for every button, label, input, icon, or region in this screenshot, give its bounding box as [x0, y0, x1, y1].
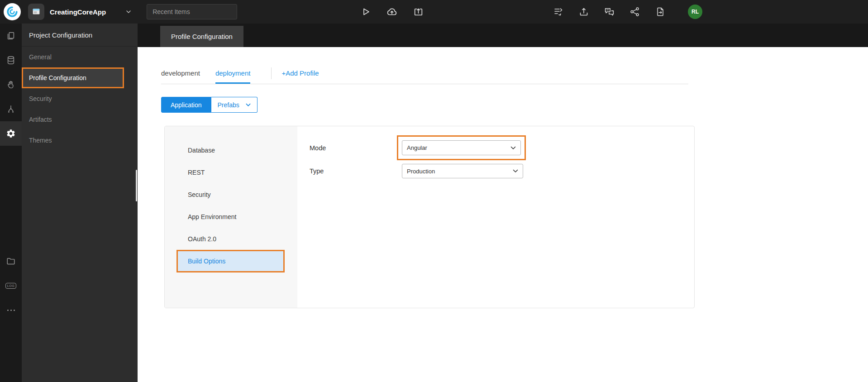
mode-select-value: Angular — [407, 144, 427, 151]
application-toggle-button[interactable]: Application — [161, 97, 211, 113]
chevron-down-icon[interactable] — [125, 8, 132, 15]
panel-item-artifacts[interactable]: Artifacts — [22, 109, 138, 130]
scrollbar-thumb[interactable] — [136, 170, 137, 201]
settings-subnav: Database REST Security App Environment O… — [165, 126, 297, 308]
subnav-item-rest[interactable]: REST — [165, 161, 297, 183]
panel-item-themes[interactable]: Themes — [22, 130, 138, 151]
topbar: CreatingCoreApp Recent Items — [0, 0, 868, 24]
build-options-form: Mode Angular — [297, 126, 694, 308]
log-icon[interactable]: LOG — [0, 273, 22, 298]
left-rail: LOG — [0, 24, 22, 382]
app-icon[interactable] — [28, 4, 44, 20]
profile-tab-development[interactable]: development — [161, 69, 200, 84]
wavemaker-logo-icon — [4, 3, 21, 20]
preview-window-icon[interactable] — [413, 6, 424, 18]
folder-icon[interactable] — [0, 249, 22, 273]
tab-separator — [271, 67, 272, 79]
scope-toggle: Application Prefabs — [161, 97, 258, 113]
prefabs-label: Prefabs — [218, 101, 239, 109]
chevron-down-icon — [246, 103, 251, 107]
feedback-chat-icon[interactable] — [604, 6, 615, 18]
add-profile-button[interactable]: +Add Profile — [281, 69, 319, 84]
panel-item-security[interactable]: Security — [22, 88, 138, 109]
recent-items-input[interactable]: Recent Items — [147, 4, 237, 19]
settings-card: Database REST Security App Environment O… — [164, 126, 695, 308]
mode-select[interactable]: Angular — [402, 140, 521, 155]
content-area: development deployment +Add Profile Appl… — [138, 47, 868, 382]
editor-tabstrip: Profile Configuration — [138, 24, 868, 47]
run-icon[interactable] — [360, 6, 371, 17]
tab-profile-configuration[interactable]: Profile Configuration — [160, 26, 243, 47]
subnav-item-build-options[interactable]: Build Options — [176, 250, 285, 272]
subnav-item-oauth[interactable]: OAuth 2.0 — [165, 228, 297, 250]
prefabs-toggle-button[interactable]: Prefabs — [211, 97, 258, 113]
type-label: Type — [310, 167, 397, 175]
subnav-item-database[interactable]: Database — [165, 139, 297, 161]
hand-icon[interactable] — [0, 72, 22, 97]
mode-label: Mode — [310, 144, 397, 152]
list-actions-icon[interactable] — [553, 6, 564, 17]
panel-item-profile-configuration[interactable]: Profile Configuration — [22, 67, 124, 88]
recent-items-placeholder: Recent Items — [153, 8, 190, 15]
export-tray-icon[interactable] — [578, 6, 589, 17]
profile-tabs: development deployment +Add Profile — [161, 47, 868, 84]
avatar[interactable]: RL — [688, 5, 702, 19]
subnav-item-app-environment[interactable]: App Environment — [165, 205, 297, 228]
file-export-icon[interactable] — [655, 6, 666, 17]
settings-icon[interactable] — [0, 121, 22, 146]
type-select[interactable]: Production — [402, 164, 523, 178]
project-config-panel: Project Configuration General Profile Co… — [22, 24, 138, 382]
panel-item-general[interactable]: General — [22, 47, 138, 67]
more-icon[interactable] — [0, 298, 22, 322]
chevron-down-icon — [510, 146, 516, 150]
subnav-item-security[interactable]: Security — [165, 183, 297, 205]
deploy-cloud-icon[interactable] — [386, 6, 398, 18]
project-name[interactable]: CreatingCoreApp — [50, 8, 106, 16]
panel-title: Project Configuration — [22, 24, 138, 47]
tabs-divider — [161, 84, 688, 84]
chevron-down-icon — [513, 169, 518, 173]
share-nodes-icon[interactable] — [630, 6, 640, 17]
database-icon[interactable] — [0, 48, 22, 72]
services-icon[interactable] — [0, 97, 22, 121]
pages-icon[interactable] — [0, 24, 22, 48]
type-select-value: Production — [407, 168, 435, 175]
profile-tab-deployment[interactable]: deployment — [215, 69, 251, 84]
annotation-mode-select: Angular — [397, 135, 526, 160]
